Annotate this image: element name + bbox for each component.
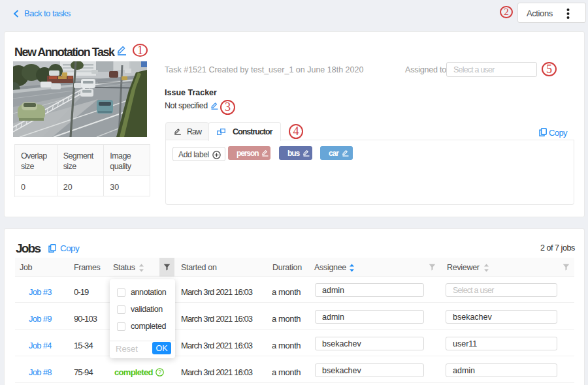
svg-text:?: ? <box>158 369 161 375</box>
